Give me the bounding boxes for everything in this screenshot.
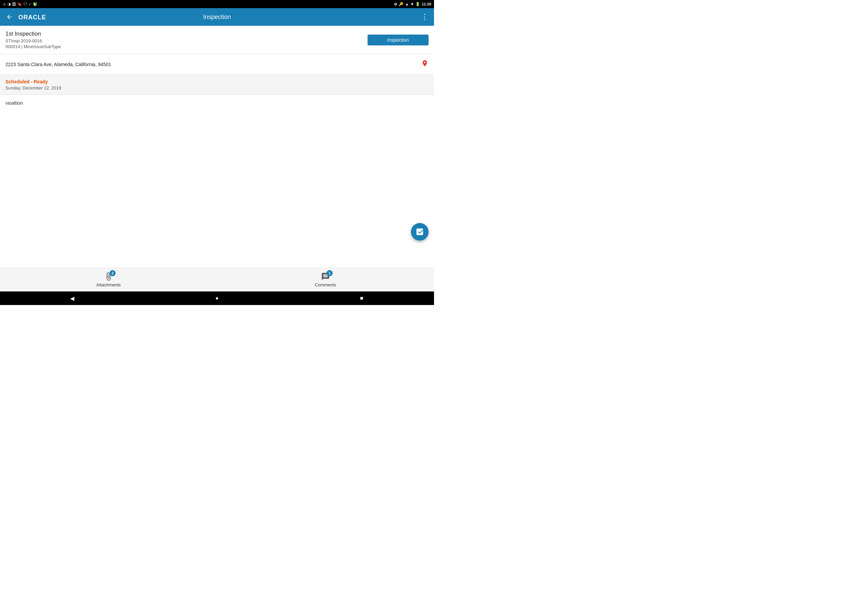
- app-bar-title: Inspection: [203, 14, 231, 21]
- fab-button[interactable]: [411, 223, 429, 241]
- comments-label: Comments: [315, 282, 336, 287]
- bottom-nav: 2 Attachments 1 Comments: [0, 268, 434, 291]
- battery-icon: 🔋: [415, 2, 420, 6]
- inspection-info: 1st Inspection STInsp-2019-0016 000014 |…: [5, 31, 367, 49]
- attachments-label: Attachments: [96, 282, 121, 287]
- android-nav-bar: ◀ ● ■: [0, 291, 434, 305]
- shield-icon: 🛡: [23, 2, 27, 6]
- inspection-subtype: 000014 | MiceIssueSubType: [5, 44, 367, 49]
- back-button[interactable]: [4, 11, 15, 22]
- notes-section: vioaltion: [0, 95, 434, 268]
- inspection-header: 1st Inspection STInsp-2019-0016 000014 |…: [0, 26, 434, 54]
- oracle-logo: ORACLE: [18, 13, 46, 21]
- android-home-button[interactable]: ●: [210, 291, 224, 305]
- attachments-icon-wrapper: 2: [104, 272, 113, 281]
- android-recent-button[interactable]: ■: [355, 291, 369, 305]
- attachments-badge: 2: [110, 270, 116, 276]
- image-icon: 🖼: [12, 2, 16, 6]
- check-icon: ✓: [28, 2, 31, 6]
- airplane-icon: ✈: [411, 2, 414, 6]
- schedule-section: Scheduled - Ready Sunday, December 22, 2…: [0, 75, 434, 95]
- status-bar: ⚠ ◑ 🖼 🔖 🛡 ✓ 🔰 ⊖ 🔑 ▲ ✈ 🔋 11:26: [0, 0, 434, 8]
- inspection-title: 1st Inspection: [5, 31, 367, 37]
- location-icon[interactable]: [421, 60, 429, 69]
- circle-half-icon: ◑: [8, 2, 11, 6]
- wifi-icon: ▲: [405, 2, 409, 6]
- alert-icon: ⚠: [3, 2, 6, 6]
- nav-item-comments[interactable]: 1 Comments: [217, 272, 434, 287]
- app-bar: ORACLE Inspection ⋮: [0, 8, 434, 26]
- main-content: 1st Inspection STInsp-2019-0016 000014 |…: [0, 26, 434, 268]
- status-icons-right: ⊖ 🔑 ▲ ✈ 🔋 11:26: [394, 2, 431, 6]
- bookmark-icon: 🔖: [17, 2, 22, 6]
- inspection-id: STInsp-2019-0016: [5, 38, 367, 43]
- shield2-icon: 🔰: [33, 2, 38, 6]
- comments-badge: 1: [327, 270, 333, 276]
- key-icon: 🔑: [399, 2, 403, 6]
- comments-icon-wrapper: 1: [321, 272, 330, 281]
- content-wrapper: 1st Inspection STInsp-2019-0016 000014 |…: [0, 26, 434, 268]
- status-icons-left: ⚠ ◑ 🖼 🔖 🛡 ✓ 🔰: [3, 2, 38, 6]
- android-back-button[interactable]: ◀: [65, 291, 79, 305]
- address-section: 2223 Santa Clara Ave, Alameda, Californi…: [0, 54, 434, 75]
- do-not-disturb-icon: ⊖: [394, 2, 397, 6]
- inspection-badge-button[interactable]: Inspection: [367, 34, 429, 45]
- nav-item-attachments[interactable]: 2 Attachments: [0, 272, 217, 287]
- menu-button[interactable]: ⋮: [419, 11, 430, 22]
- schedule-status: Scheduled - Ready: [5, 79, 429, 84]
- schedule-date: Sunday, December 22, 2019: [5, 85, 429, 90]
- time-display: 11:26: [422, 2, 431, 6]
- notes-text: vioaltion: [5, 100, 429, 106]
- address-text: 2223 Santa Clara Ave, Alameda, Californi…: [5, 62, 421, 67]
